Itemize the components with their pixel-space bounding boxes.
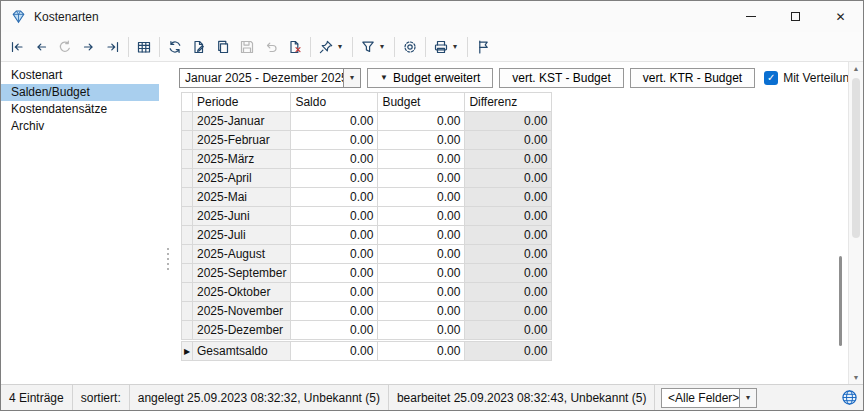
table-row[interactable]: ▶Gesamtsaldo0.000.000.00 bbox=[182, 342, 552, 361]
flag-button[interactable] bbox=[471, 35, 495, 59]
saldo-cell[interactable]: 0.00 bbox=[291, 302, 378, 321]
differenz-cell[interactable]: 0.00 bbox=[465, 342, 552, 361]
periode-cell[interactable]: 2025-Februar bbox=[193, 131, 291, 150]
filter-dropdown-button[interactable]: ▾ bbox=[380, 35, 391, 59]
saldo-cell[interactable]: 0.00 bbox=[291, 188, 378, 207]
differenz-cell[interactable]: 0.00 bbox=[465, 245, 552, 264]
differenz-cell[interactable]: 0.00 bbox=[465, 131, 552, 150]
last-record-button[interactable] bbox=[101, 35, 125, 59]
budget-cell[interactable]: 0.00 bbox=[378, 342, 465, 361]
budget-cell[interactable]: 0.00 bbox=[378, 226, 465, 245]
first-record-button[interactable] bbox=[5, 35, 29, 59]
row-indicator-cell[interactable] bbox=[182, 131, 193, 150]
differenz-cell[interactable]: 0.00 bbox=[465, 207, 552, 226]
table-row[interactable]: 2025-November0.000.000.00 bbox=[182, 302, 552, 321]
delete-record-button[interactable] bbox=[283, 35, 307, 59]
saldo-cell[interactable]: 0.00 bbox=[291, 342, 378, 361]
differenz-cell[interactable]: 0.00 bbox=[465, 283, 552, 302]
sidebar-item-salden-budget[interactable]: Salden/Budget bbox=[1, 84, 159, 101]
budget-cell[interactable]: 0.00 bbox=[378, 112, 465, 131]
maximize-button[interactable] bbox=[773, 1, 818, 32]
periode-cell[interactable]: Gesamtsaldo bbox=[193, 342, 291, 361]
row-indicator-cell[interactable] bbox=[182, 264, 193, 283]
close-button[interactable]: ✕ bbox=[818, 1, 863, 32]
row-indicator-cell[interactable] bbox=[182, 207, 193, 226]
row-indicator-cell[interactable] bbox=[182, 245, 193, 264]
row-indicator-cell[interactable] bbox=[182, 169, 193, 188]
budget-cell[interactable]: 0.00 bbox=[378, 150, 465, 169]
saldo-cell[interactable]: 0.00 bbox=[291, 150, 378, 169]
budget-cell[interactable]: 0.00 bbox=[378, 283, 465, 302]
saldo-cell[interactable]: 0.00 bbox=[291, 131, 378, 150]
row-indicator-cell[interactable] bbox=[182, 302, 193, 321]
table-row[interactable]: 2025-Januar0.000.000.00 bbox=[182, 112, 552, 131]
differenz-cell[interactable]: 0.00 bbox=[465, 226, 552, 245]
budget-cell[interactable]: 0.00 bbox=[378, 169, 465, 188]
table-row[interactable]: 2025-Mai0.000.000.00 bbox=[182, 188, 552, 207]
differenz-cell[interactable]: 0.00 bbox=[465, 321, 552, 340]
budget-expand-button[interactable]: ▼ Budget erweitert bbox=[367, 68, 493, 88]
period-select[interactable]: Januar 2025 - Dezember 2025 ▾ bbox=[179, 68, 361, 88]
saldo-column-header[interactable]: Saldo bbox=[291, 93, 378, 112]
periode-cell[interactable]: 2025-April bbox=[193, 169, 291, 188]
mit-verteilung-checkbox[interactable]: ✓ Mit Verteilung bbox=[764, 71, 856, 85]
differenz-cell[interactable]: 0.00 bbox=[465, 112, 552, 131]
differenz-cell[interactable]: 0.00 bbox=[465, 150, 552, 169]
saldo-cell[interactable]: 0.00 bbox=[291, 226, 378, 245]
ktr-budget-button[interactable]: vert. KTR - Budget bbox=[630, 68, 755, 88]
new-record-button[interactable] bbox=[187, 35, 211, 59]
scroll-up-icon[interactable]: ▲ bbox=[849, 65, 863, 72]
budget-cell[interactable]: 0.00 bbox=[378, 264, 465, 283]
periode-cell[interactable]: 2025-Oktober bbox=[193, 283, 291, 302]
table-row[interactable]: 2025-Oktober0.000.000.00 bbox=[182, 283, 552, 302]
periode-cell[interactable]: 2025-Dezember bbox=[193, 321, 291, 340]
pin-button[interactable] bbox=[314, 35, 338, 59]
save-button[interactable] bbox=[235, 35, 259, 59]
periode-cell[interactable]: 2025-September bbox=[193, 264, 291, 283]
differenz-cell[interactable]: 0.00 bbox=[465, 169, 552, 188]
table-row[interactable]: 2025-März0.000.000.00 bbox=[182, 150, 552, 169]
budget-cell[interactable]: 0.00 bbox=[378, 245, 465, 264]
row-indicator-cell[interactable] bbox=[182, 188, 193, 207]
current-row-indicator[interactable]: ▶ bbox=[182, 342, 193, 361]
row-indicator-cell[interactable] bbox=[182, 150, 193, 169]
globe-icon[interactable] bbox=[841, 389, 858, 406]
copy-record-button[interactable] bbox=[211, 35, 235, 59]
kst-budget-button[interactable]: vert. KST - Budget bbox=[499, 68, 624, 88]
row-indicator-cell[interactable] bbox=[182, 283, 193, 302]
sidebar-item-kostendatens-tze[interactable]: Kostendatensätze bbox=[1, 101, 159, 118]
undo-button[interactable] bbox=[259, 35, 283, 59]
budget-column-header[interactable]: Budget bbox=[378, 93, 465, 112]
sidebar-item-kostenart[interactable]: Kostenart bbox=[1, 67, 159, 84]
settings-button[interactable] bbox=[398, 35, 422, 59]
periode-column-header[interactable]: Periode bbox=[193, 93, 291, 112]
refresh-button[interactable] bbox=[163, 35, 187, 59]
indicator-column-header[interactable] bbox=[182, 93, 193, 112]
saldo-cell[interactable]: 0.00 bbox=[291, 207, 378, 226]
periode-cell[interactable]: 2025-November bbox=[193, 302, 291, 321]
periode-cell[interactable]: 2025-Januar bbox=[193, 112, 291, 131]
row-indicator-cell[interactable] bbox=[182, 112, 193, 131]
saldo-cell[interactable]: 0.00 bbox=[291, 321, 378, 340]
scrollbar-thumb[interactable] bbox=[852, 78, 860, 238]
scroll-down-icon[interactable]: ▼ bbox=[849, 374, 863, 381]
table-row[interactable]: 2025-August0.000.000.00 bbox=[182, 245, 552, 264]
print-dropdown-button[interactable]: ▾ bbox=[453, 35, 464, 59]
table-row[interactable]: 2025-Juni0.000.000.00 bbox=[182, 207, 552, 226]
table-scrollbar-thumb[interactable] bbox=[839, 256, 842, 346]
saldo-cell[interactable]: 0.00 bbox=[291, 264, 378, 283]
row-indicator-cell[interactable] bbox=[182, 226, 193, 245]
periode-cell[interactable]: 2025-März bbox=[193, 150, 291, 169]
table-row[interactable]: 2025-Februar0.000.000.00 bbox=[182, 131, 552, 150]
pin-dropdown-button[interactable]: ▾ bbox=[338, 35, 349, 59]
vertical-scrollbar[interactable]: ▲ ▼ bbox=[848, 62, 863, 384]
panel-splitter[interactable] bbox=[159, 62, 179, 384]
budget-cell[interactable]: 0.00 bbox=[378, 131, 465, 150]
table-row[interactable]: 2025-Juli0.000.000.00 bbox=[182, 226, 552, 245]
table-row[interactable]: 2025-Dezember0.000.000.00 bbox=[182, 321, 552, 340]
chevron-down-icon[interactable]: ▾ bbox=[343, 69, 360, 87]
budget-cell[interactable]: 0.00 bbox=[378, 321, 465, 340]
reload-record-button[interactable] bbox=[53, 35, 77, 59]
filter-button[interactable] bbox=[356, 35, 380, 59]
budget-cell[interactable]: 0.00 bbox=[378, 207, 465, 226]
